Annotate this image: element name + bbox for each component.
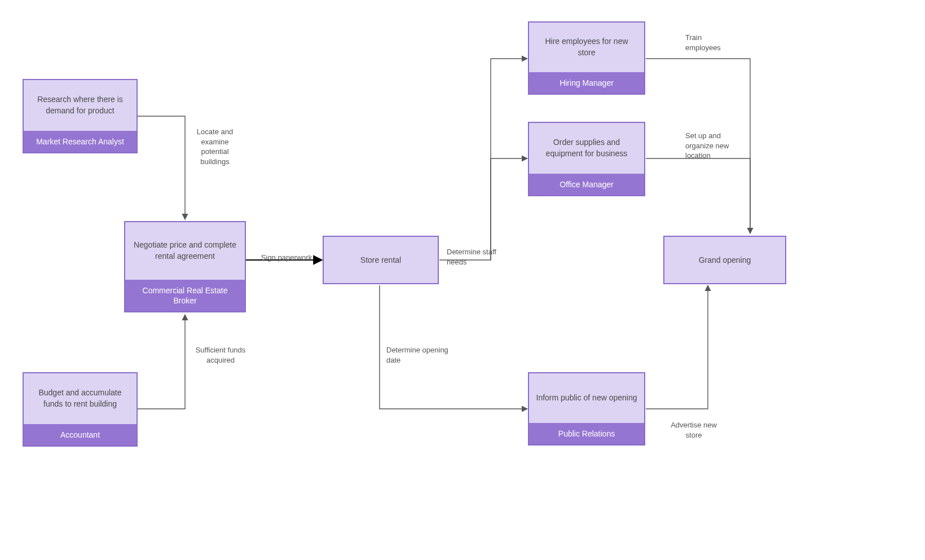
- edge-label-train: Train employees: [685, 33, 736, 52]
- node-role: Accountant: [24, 424, 136, 446]
- node-task: Order supplies and equipment for busines…: [529, 123, 644, 174]
- edge-label-staff: Determine staff needs: [447, 247, 514, 267]
- node-pr: Inform public of new opening Public Rela…: [528, 372, 645, 446]
- node-task: Negotiate price and complete rental agre…: [125, 222, 245, 280]
- node-store-rental: Store rental: [323, 236, 439, 284]
- node-hiring: Hire employees for new store Hiring Mana…: [528, 21, 645, 95]
- node-accountant: Budget and accumulate funds to rent buil…: [23, 372, 138, 447]
- node-market-research: Research where there is demand for produ…: [23, 79, 138, 153]
- node-label: Grand opening: [699, 255, 751, 264]
- edge-label-funds: Sufficient funds acquired: [190, 345, 252, 365]
- node-role: Market Research Analyst: [24, 131, 136, 152]
- node-role: Commercial Real Estate Broker: [125, 280, 245, 311]
- node-role: Hiring Manager: [529, 72, 644, 94]
- edge-label-setup: Set up and organize new location: [685, 131, 739, 161]
- node-broker: Negotiate price and complete rental agre…: [124, 221, 246, 312]
- node-task: Budget and accumulate funds to rent buil…: [24, 373, 136, 424]
- node-task: Hire employees for new store: [529, 23, 644, 72]
- node-label: Store rental: [360, 255, 401, 264]
- node-office: Order supplies and equipment for busines…: [528, 122, 645, 196]
- node-task: Research where there is demand for produ…: [24, 80, 136, 131]
- node-grand-opening: Grand opening: [663, 236, 786, 284]
- node-task: Inform public of new opening: [529, 373, 644, 423]
- edge-label-sign: Sign paperwork: [255, 253, 318, 263]
- edge-label-locate: Locate and examine potential buildings: [190, 127, 240, 166]
- edge-label-advert: Advertise new store: [663, 420, 725, 440]
- edge-label-date: Determine opening date: [386, 345, 448, 365]
- node-role: Office Manager: [529, 174, 644, 195]
- node-role: Public Relations: [529, 423, 644, 444]
